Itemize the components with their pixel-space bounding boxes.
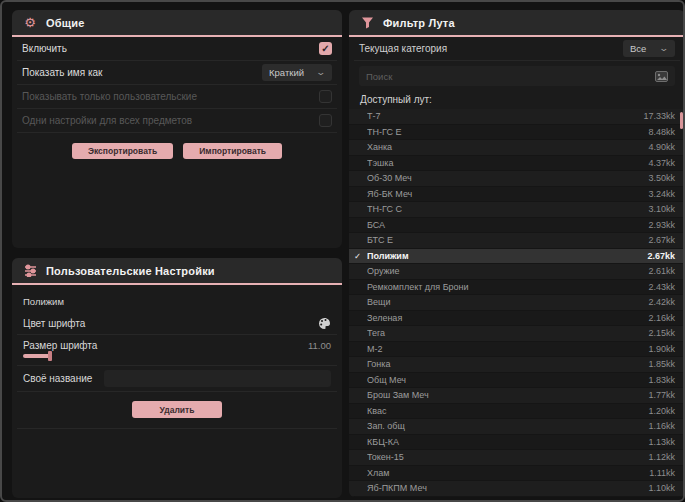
font-size-slider[interactable] [23,354,69,358]
font-size-slider-thumb[interactable] [48,351,52,361]
loot-item-name: БСА [367,220,648,230]
only-custom-row: Показывать только пользовательские ✓ [17,85,337,109]
loot-item-name: Брош Зам Меч [367,390,648,400]
loot-item-name: КБЦ-КА [367,437,648,447]
import-button[interactable]: Импортировать [183,143,282,159]
loot-list-item[interactable]: ТН-ГС Е 8.48kk [349,125,685,141]
loot-list-item[interactable]: Зеленая 2.16kk [349,311,685,327]
loot-list-item[interactable]: Брош Зам Меч 1.77kk [349,388,685,404]
loot-item-count: 2.15kk [648,328,675,338]
loot-item-name: Вещи [367,297,648,307]
loot-filter-panel: Фильтр Лута Текущая категория Все ⌄ Дост… [349,10,685,497]
loot-item-count: 1.85kk [648,359,675,369]
loot-item-count: 3.50kk [648,173,675,183]
loot-list-item[interactable]: БТС Е 2.67kk [349,233,685,249]
available-loot-label: Доступный лут: [349,86,685,109]
loot-list-item[interactable]: Ханка 4.90kk [349,140,685,156]
loot-list-item[interactable]: Яб-ПКПМ Меч 1.10kk [349,481,685,497]
chevron-down-icon: ⌄ [316,68,327,77]
custom-name-label: Своё название [23,373,92,384]
loot-item-count: 1.77kk [648,390,675,400]
loot-item-count: 2.61kk [648,266,675,276]
selected-item-name: Полижим [12,285,342,312]
only-custom-label: Показывать только пользовательские [22,91,197,102]
image-icon[interactable] [655,71,668,82]
loot-item-count: 1.90kk [648,344,675,354]
loot-list-scrollbar[interactable] [680,112,683,129]
loot-item-count: 2.42kk [648,297,675,307]
custom-settings-panel-title: Пользовательские Настройки [46,265,215,277]
only-custom-checkbox[interactable]: ✓ [319,90,332,103]
show-name-row: Показать имя как Краткий ⌄ [17,61,337,85]
loot-list-item[interactable]: Токен-15 1.12kk [349,450,685,466]
loot-list-item[interactable]: БСА 2.93kk [349,218,685,234]
loot-item-count: 2.43kk [648,282,675,292]
custom-settings-panel: Пользовательские Настройки Полижим Цвет … [12,258,342,498]
search-input[interactable] [366,71,655,82]
loot-item-count: 2.67kk [648,235,675,245]
loot-item-name: Хлам [367,468,649,478]
loot-list-item[interactable]: Вещи 2.42kk [349,295,685,311]
show-name-label: Показать имя как [22,67,102,78]
loot-list-item[interactable]: Хлам 1.11kk [349,466,685,482]
loot-filter-panel-title: Фильтр Лута [383,17,455,29]
loot-item-name: Токен-15 [367,452,648,462]
loot-list-item[interactable]: Тэшка 4.37kk [349,156,685,172]
custom-name-input[interactable] [104,370,331,387]
loot-list-item[interactable]: Об-30 Меч 3.50kk [349,171,685,187]
loot-item-name: ТН-ГС Е [367,127,648,137]
loot-item-count: 1.13kk [648,437,675,447]
loot-list-item[interactable]: Зап. общ 1.16kk [349,419,685,435]
loot-list-item[interactable]: Оружие 2.61kk [349,264,685,280]
loot-item-count: 1.16kk [648,421,675,431]
loot-list-item[interactable]: Яб-БК Меч 3.24kk [349,187,685,203]
loot-item-count: 17.33kk [643,111,675,121]
loot-list-item[interactable]: Тега 2.15kk [349,326,685,342]
general-panel-header: ⚙ Общие [12,10,342,37]
selected-check-icon: ✓ [354,251,364,261]
loot-item-count: 2.93kk [648,220,675,230]
export-button[interactable]: Экспортировать [72,143,173,159]
loot-item-name: Гонка [367,359,648,369]
loot-item-count: 4.37kk [648,158,675,168]
loot-item-name: Зеленая [367,313,648,323]
loot-list-item[interactable]: Гонка 1.85kk [349,357,685,373]
loot-filter-panel-header: Фильтр Лута [349,10,685,37]
loot-list-item[interactable]: ТН-ГС С 3.10kk [349,202,685,218]
loot-item-name: Тега [367,328,648,338]
funnel-icon [360,16,374,30]
loot-item-count: 3.24kk [648,189,675,199]
mod-settings-window: ⚙ Общие Включить ✓ Показать имя как Крат… [0,0,685,502]
loot-list-item[interactable]: ✓ Полижим 2.67kk [349,249,685,265]
enable-checkbox[interactable]: ✓ [319,42,332,55]
same-settings-checkbox[interactable]: ✓ [319,114,332,127]
loot-item-count: 1.20kk [648,406,675,416]
loot-list-item[interactable]: Ремкомплект для Брони 2.43kk [349,280,685,296]
search-box [359,66,675,86]
font-size-value: 11.00 [308,340,331,351]
show-name-dropdown-value: Краткий [269,67,304,78]
loot-list-item[interactable]: М-2 1.90kk [349,342,685,358]
loot-item-name: Квас [367,406,648,416]
loot-item-name: Яб-ПКПМ Меч [367,483,648,493]
palette-icon[interactable] [318,317,331,330]
loot-list-item[interactable]: КБЦ-КА 1.13kk [349,435,685,451]
loot-item-name: Ремкомплект для Брони [367,282,648,292]
category-dropdown[interactable]: Все ⌄ [623,40,675,57]
show-name-dropdown[interactable]: Краткий ⌄ [262,64,332,81]
loot-list-item[interactable]: Квас 1.20kk [349,404,685,420]
loot-item-count: 4.90kk [648,142,675,152]
custom-name-row: Своё название [17,366,337,392]
loot-list-item[interactable]: Т-7 17.33kk [349,109,685,125]
enable-row: Включить ✓ [17,37,337,61]
loot-item-name: Зап. общ [367,421,648,431]
loot-item-count: 1.11kk [649,468,675,478]
loot-item-name: Тэшка [367,158,648,168]
font-size-slider-fill [23,354,51,358]
loot-item-name: Яб-БК Меч [367,189,648,199]
category-label: Текущая категория [359,43,447,54]
loot-item-name: Полижим [367,251,647,261]
export-import-row: Экспортировать Импортировать [12,143,342,159]
delete-button[interactable]: Удалить [132,401,223,418]
loot-list-item[interactable]: Общ Меч 1.83kk [349,373,685,389]
